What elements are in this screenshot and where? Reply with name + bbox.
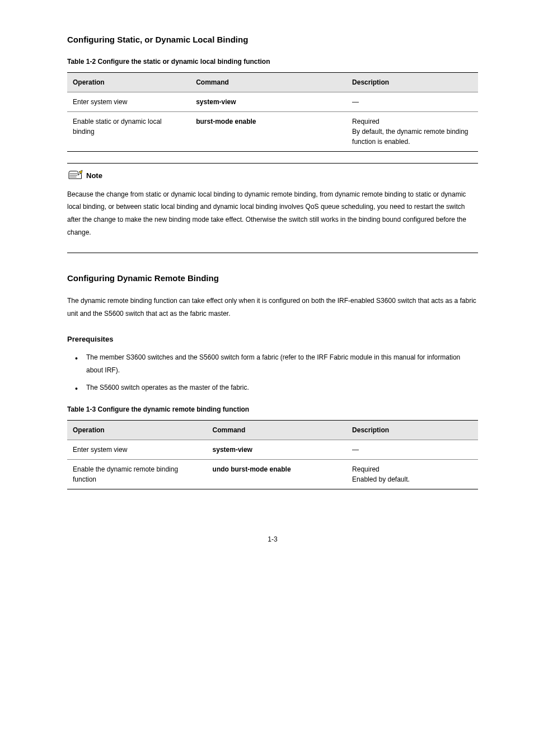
table-cell-cmd: system-view <box>190 92 346 111</box>
prerequisites-list: The member S3600 switches and the S5600 … <box>75 351 478 394</box>
section-1-title: Configuring Static, or Dynamic Local Bin… <box>67 34 478 46</box>
table-2-header-cmd: Command <box>207 420 347 440</box>
table-cell-desc: — <box>346 440 478 459</box>
table-1-header-cmd: Command <box>190 72 346 92</box>
table-2-caption: Table 1-3 Configure the dynamic remote b… <box>67 404 478 414</box>
table-cell-cmd: burst-mode enable <box>190 111 346 151</box>
table-2-header-desc: Description <box>346 420 478 440</box>
divider <box>67 253 478 253</box>
table-cell-desc: — <box>346 92 478 111</box>
table-cell-op: Enable static or dynamic local binding <box>67 111 190 151</box>
table-1-header-desc: Description <box>346 72 478 92</box>
table-cell-cmd: system-view <box>207 440 347 459</box>
page-number: 1-3 <box>67 534 478 544</box>
table-2: Operation Command Description Enter syst… <box>67 420 478 489</box>
table-cell-op: Enter system view <box>67 440 207 459</box>
table-1-header-op: Operation <box>67 72 190 92</box>
table-cell-cmd: undo burst-mode enable <box>207 459 347 489</box>
prerequisites-title: Prerequisites <box>67 334 478 345</box>
list-item: The S5600 switch operates as the master … <box>75 381 478 394</box>
table-cell-desc: Required By default, the dynamic remote … <box>346 111 478 151</box>
table-1-caption: Table 1-2 Configure the static or dynami… <box>67 57 478 67</box>
table-1: Operation Command Description Enter syst… <box>67 72 478 152</box>
section-2-intro: The dynamic remote binding function can … <box>67 295 478 320</box>
note-label: Note <box>86 170 102 181</box>
table-cell-op: Enter system view <box>67 92 190 111</box>
divider <box>67 163 478 164</box>
table-row: Enable static or dynamic local binding b… <box>67 111 478 151</box>
table-row: Enter system view system-view — <box>67 92 478 111</box>
table-row: Enter system view system-view — <box>67 440 478 459</box>
note-text: Because the change from static or dynami… <box>67 188 478 239</box>
table-row: Enable the dynamic remote binding functi… <box>67 459 478 489</box>
list-item: The member S3600 switches and the S5600 … <box>75 351 478 377</box>
note-hand-icon <box>67 169 84 181</box>
note-block: Note Because the change from static or d… <box>67 169 478 239</box>
section-2-title: Configuring Dynamic Remote Binding <box>67 272 478 285</box>
table-2-header-op: Operation <box>67 420 207 440</box>
table-cell-op: Enable the dynamic remote binding functi… <box>67 459 207 489</box>
table-cell-desc: Required Enabled by default. <box>346 459 478 489</box>
